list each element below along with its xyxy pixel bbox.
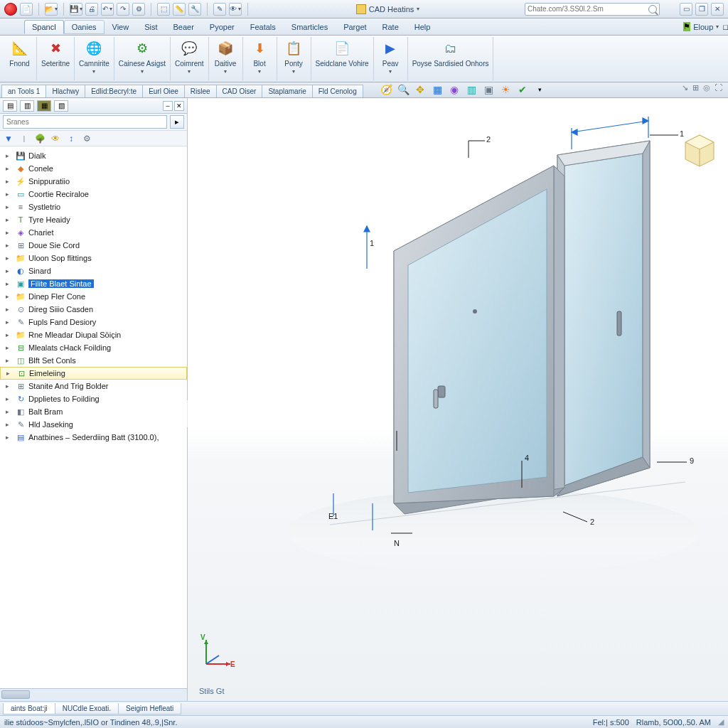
tree-expand-icon[interactable]: ▸	[6, 357, 13, 364]
qat-undo-icon[interactable]: ↶	[101, 3, 114, 16]
tree-expand-icon[interactable]: ▸	[6, 434, 13, 441]
vt-pan-icon[interactable]: ✥	[414, 83, 427, 96]
tree-expand-icon[interactable]: ▸	[6, 318, 13, 326]
tree-item-16[interactable]: ▸◫Blft Set Conls	[0, 354, 187, 367]
tree-expand-icon[interactable]: ▸	[6, 191, 13, 198]
orientation-cube[interactable]	[681, 132, 718, 169]
qat-open-icon[interactable]: 📂	[45, 3, 58, 16]
tree-item-18[interactable]: ▸⊞Stanite And Trig Bolder	[0, 380, 187, 392]
ftab-5[interactable]: CAD Oiser	[216, 85, 263, 97]
menu-tab-0[interactable]: Spancl	[24, 20, 64, 34]
btab-2[interactable]: Seigim Hefleati	[118, 703, 181, 714]
ftab-1[interactable]: Hlachwy	[46, 85, 85, 97]
qat-new-icon[interactable]: 📄	[20, 3, 33, 16]
tree-item-13[interactable]: ▸✎Fupls Fand Desiory	[0, 316, 187, 328]
tm-tree-icon[interactable]: 🌳	[34, 133, 46, 144]
tree-expand-icon[interactable]: ▸	[6, 421, 13, 428]
ribbon-poyse[interactable]: 🗂Poyse Sardisied Onhors	[408, 37, 494, 80]
app-icon[interactable]	[4, 3, 17, 16]
tree-expand-icon[interactable]: ▸	[6, 229, 13, 236]
tree-item-21[interactable]: ▸✎Hld Jaseking	[0, 418, 187, 431]
tm-filter-icon[interactable]: ▼	[3, 133, 14, 144]
ftab-0[interactable]: an Tools 1	[1, 85, 46, 97]
qat-view-icon[interactable]: 👁	[229, 3, 242, 16]
ribbon-coimrent[interactable]: 💬Coimrent▾	[171, 37, 209, 80]
vt-display-icon[interactable]: ◉	[448, 83, 461, 96]
tree-item-4[interactable]: ▸≡Systletrio	[0, 200, 187, 213]
panel-close-icon[interactable]: ✕	[174, 101, 184, 111]
tree-expand-icon[interactable]: ▸	[6, 306, 13, 313]
vt-light-icon[interactable]: ☀	[499, 83, 512, 96]
ribbon-cainese[interactable]: ⚙Cainese Asigst▾	[114, 37, 171, 80]
tree-item-10[interactable]: ▸▣Filite Blaet Sintae	[0, 277, 187, 290]
panel-thumb-1[interactable]: ▤	[3, 100, 17, 112]
tree-item-20[interactable]: ▸◧Balt Bram	[0, 405, 187, 418]
tree-expand-icon[interactable]: ▸	[6, 344, 13, 351]
tree-item-6[interactable]: ▸◈Chariet	[0, 226, 187, 239]
vtr-target-icon[interactable]: ◎	[703, 83, 710, 92]
flag-icon[interactable]: ⚑	[683, 22, 690, 31]
ribbon-fnond[interactable]: 📐Fnond	[3, 37, 37, 80]
tree-item-1[interactable]: ▸◆Conele	[0, 162, 187, 175]
menu-tab-2[interactable]: View	[105, 20, 137, 34]
tree-item-11[interactable]: ▸📁Dinep Fler Cone	[0, 290, 187, 303]
tree-expand-icon[interactable]: ▸	[6, 178, 13, 185]
tree-item-0[interactable]: ▸💾Dialk	[0, 149, 187, 162]
tree-item-15[interactable]: ▸⊟Mlealats cHack Foilding	[0, 341, 187, 354]
vt-check-icon[interactable]: ✔	[516, 83, 529, 96]
tree-expand-icon[interactable]: ▸	[6, 242, 13, 249]
search-input[interactable]	[528, 5, 646, 13]
search-icon[interactable]	[648, 5, 657, 14]
tm-show-icon[interactable]: 👁	[50, 133, 61, 144]
feature-tree[interactable]: ▸💾Dialk▸◆Conele▸⚡Snippuratiio▸▭Coortie R…	[0, 146, 187, 688]
ribbon-seidclane[interactable]: 📄Seidclane Vohire	[311, 37, 374, 80]
tree-hscroll[interactable]	[0, 688, 187, 701]
status-grip-icon[interactable]: ◢	[718, 717, 724, 727]
vtr-grid-icon[interactable]: ⊞	[692, 83, 699, 92]
tree-expand-icon[interactable]: ▸	[6, 408, 13, 415]
tree-item-14[interactable]: ▸📁Rne Mleadar Diupal Söiçin	[0, 328, 187, 341]
qat-rebuild-icon[interactable]: ⚙	[132, 3, 145, 16]
tree-item-3[interactable]: ▸▭Coortie Reciraloe	[0, 188, 187, 200]
ribbon-seteritne[interactable]: ✖Seteritne	[37, 37, 75, 80]
tree-item-8[interactable]: ▸📁Uloon Sop flittings	[0, 252, 187, 264]
ftab-2[interactable]: Edlid:Becryl:te	[85, 85, 143, 97]
tree-expand-icon[interactable]: ▸	[6, 165, 13, 172]
menu-tab-7[interactable]: Smarticles	[284, 20, 336, 34]
restore-icon[interactable]: ❐	[695, 3, 708, 16]
tree-item-9[interactable]: ▸◐Sinard	[0, 264, 187, 277]
tree-item-17[interactable]: ▸⊡Eimeleiing	[0, 367, 187, 380]
qat-print-icon[interactable]: 🖨	[85, 3, 98, 16]
tree-expand-icon[interactable]: ▸	[6, 395, 13, 402]
tree-item-7[interactable]: ▸⊞Doue Sie Cord	[0, 239, 187, 252]
menu-tab-6[interactable]: Featals	[242, 20, 284, 34]
tree-item-12[interactable]: ▸⊙Direg Siiio Casden	[0, 303, 187, 316]
vt-scene-icon[interactable]: ▥	[465, 83, 478, 96]
panel-min-icon[interactable]: –	[163, 101, 173, 111]
tree-item-19[interactable]: ▸↻Dpplietes to Foilding	[0, 392, 187, 405]
vtr-max-icon[interactable]: ⛶	[714, 83, 722, 92]
search-field[interactable]	[525, 3, 660, 16]
ribbon-camnirite[interactable]: 🌐Camnirite▾	[75, 37, 114, 80]
menu-tab-3[interactable]: Sist	[136, 20, 165, 34]
minimize-icon[interactable]: ▭	[680, 3, 692, 16]
tree-item-5[interactable]: ▸TTyre Heaidy	[0, 213, 187, 226]
panel-thumb-4[interactable]: ▧	[54, 100, 68, 112]
tree-expand-icon[interactable]: ▸	[6, 203, 13, 210]
qat-options-icon[interactable]: 🔧	[188, 3, 201, 16]
vt-zoom-icon[interactable]: 🔍	[397, 83, 410, 96]
vt-more-icon[interactable]: ▾	[533, 83, 546, 96]
ftab-6[interactable]: Staplamarie	[262, 85, 312, 97]
tree-search-input[interactable]	[3, 115, 167, 129]
ribbon-daitive[interactable]: 📦Daitive▾	[209, 37, 243, 80]
tree-expand-icon[interactable]: ▸	[6, 293, 13, 300]
qat-select-icon[interactable]: ⬚	[157, 3, 170, 16]
tree-expand-icon[interactable]: ▸	[6, 370, 14, 377]
menu-tab-9[interactable]: Rate	[375, 20, 407, 34]
panel-thumb-2[interactable]: ▥	[20, 100, 34, 112]
ftab-4[interactable]: Rislee	[184, 85, 217, 97]
tree-expand-icon[interactable]: ▸	[6, 216, 13, 223]
ribbon-peav[interactable]: ▶Peav▾	[374, 37, 408, 80]
close-window-icon[interactable]: ✕	[711, 3, 724, 16]
tree-search-go-icon[interactable]: ▸	[170, 115, 184, 129]
